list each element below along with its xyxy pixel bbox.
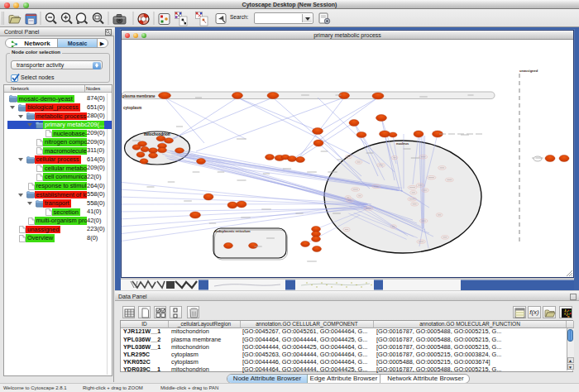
svg-text:nucleus: nucleus <box>396 141 409 146</box>
svg-text:mitochondrion: mitochondrion <box>144 132 170 136</box>
svg-text:endoplasmic reticulum: endoplasmic reticulum <box>214 229 251 233</box>
svg-text:cytoplasm: cytoplasm <box>123 106 141 110</box>
svg-text:plasma membrane: plasma membrane <box>122 94 156 98</box>
svg-text:unassigned: unassigned <box>519 69 538 73</box>
